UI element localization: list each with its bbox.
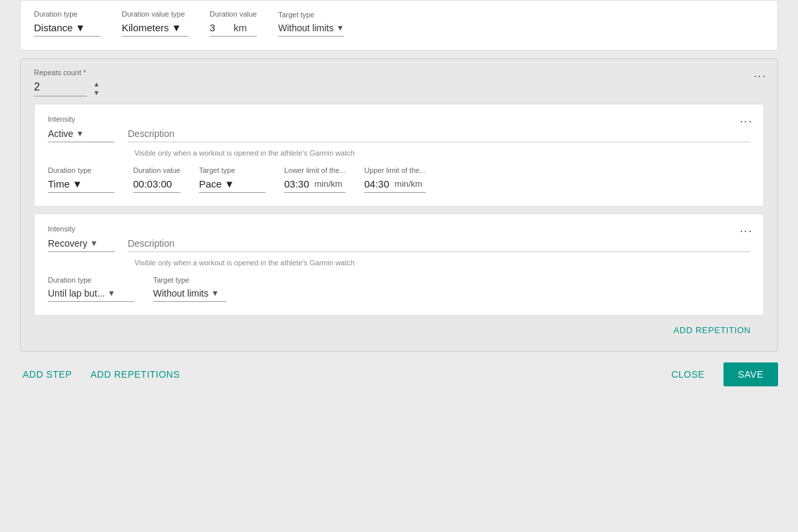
distance-field-row: Duration type Distance ▼ Duration value … <box>34 10 764 37</box>
active-intensity-row: Active ▼ <box>48 128 750 142</box>
distance-card: Duration type Distance ▼ Duration value … <box>20 0 778 51</box>
recovery-intensity-section: Intensity Recovery ▼ Visible only when a… <box>48 225 750 267</box>
target-type-arrow-icon: ▼ <box>336 23 344 33</box>
active-duration-type-label: Duration type <box>48 166 114 174</box>
active-upper-limit-group: Upper limit of the... 04:30 min/km <box>364 166 425 193</box>
add-repetition-button[interactable]: ADD REPETITION <box>674 325 751 335</box>
repeats-decrement-button[interactable]: ▼ <box>91 89 102 97</box>
recovery-duration-type-select[interactable]: Until lap but... ▼ <box>48 288 134 302</box>
active-lower-limit-value: 03:30 <box>284 178 309 190</box>
recovery-intensity-select[interactable]: Recovery ▼ <box>48 238 114 252</box>
active-duration-value-group: Duration value 00:03:00 <box>133 166 180 193</box>
active-target-type-label: Target type <box>199 166 266 174</box>
recovery-duration-type-arrow-icon: ▼ <box>108 289 116 298</box>
duration-value-label: Duration value <box>210 10 257 18</box>
repeats-count-input[interactable] <box>34 81 87 96</box>
recovery-garmin-note: Visible only when a workout is opened in… <box>134 259 750 267</box>
repeats-count-label: Repeats count * <box>34 68 102 76</box>
active-intensity-value: Active <box>48 128 73 139</box>
active-upper-limit-unit: min/km <box>395 179 423 189</box>
active-intensity-label: Intensity <box>48 115 750 123</box>
active-description-input[interactable] <box>128 128 750 142</box>
active-lower-limit-group: Lower limit of the... 03:30 min/km <box>284 166 345 193</box>
target-type-select[interactable]: Without limits ▼ <box>278 23 344 37</box>
duration-type-select[interactable]: Distance ▼ <box>34 22 100 37</box>
active-step-card: ⋮ Intensity Active ▼ Visible only when a… <box>34 104 764 207</box>
duration-value-with-unit: km <box>210 22 257 37</box>
recovery-duration-row: Duration type Until lap but... ▼ Target … <box>48 276 750 302</box>
active-duration-value: 00:03:00 <box>133 178 172 190</box>
repeats-card: Repeats count * ▲ ▼ ⋮ ⋮ Intensity Active <box>20 59 778 352</box>
active-duration-value-field: 00:03:00 <box>133 178 180 193</box>
duration-type-label: Duration type <box>34 10 100 18</box>
recovery-target-type-value: Without limits <box>153 288 208 299</box>
repeats-header: Repeats count * ▲ ▼ <box>34 68 764 97</box>
add-step-button[interactable]: ADD STEP <box>20 364 75 385</box>
recovery-target-type-label: Target type <box>153 276 226 284</box>
active-target-type-arrow-icon: ▼ <box>224 178 234 190</box>
recovery-target-type-select[interactable]: Without limits ▼ <box>153 288 226 302</box>
duration-type-group: Duration type Distance ▼ <box>34 10 100 37</box>
repeats-stepper[interactable]: ▲ ▼ <box>91 80 102 97</box>
active-lower-limit-unit: min/km <box>314 179 342 189</box>
active-target-type-group: Target type Pace ▼ <box>199 166 266 193</box>
active-upper-limit-label: Upper limit of the... <box>364 166 425 174</box>
active-intensity-section: Intensity Active ▼ Visible only when a w… <box>48 115 750 157</box>
add-repetitions-button[interactable]: ADD REPETITIONS <box>88 364 182 385</box>
recovery-target-type-group: Target type Without limits ▼ <box>153 276 226 302</box>
recovery-duration-type-label: Duration type <box>48 276 134 284</box>
active-target-type-value: Pace <box>199 178 222 190</box>
active-lower-limit-label: Lower limit of the... <box>284 166 345 174</box>
duration-value-type-label: Duration value type <box>122 10 188 18</box>
add-repetition-row: ADD REPETITION <box>34 316 764 342</box>
duration-value-type-group: Duration value type Kilometers ▼ <box>122 10 188 37</box>
repeats-menu-icon[interactable]: ⋮ <box>753 70 767 84</box>
active-target-type-select[interactable]: Pace ▼ <box>199 178 266 193</box>
active-step-menu-icon[interactable]: ⋮ <box>739 116 753 129</box>
active-duration-type-group: Duration type Time ▼ <box>48 166 114 193</box>
recovery-description-input[interactable] <box>128 238 750 252</box>
duration-value-type-select[interactable]: Kilometers ▼ <box>122 22 188 37</box>
recovery-target-type-arrow-icon: ▼ <box>211 289 219 298</box>
duration-value-group: Duration value km <box>210 10 257 37</box>
close-button[interactable]: CLOSE <box>666 364 710 385</box>
target-type-label: Target type <box>278 11 344 19</box>
repeats-increment-button[interactable]: ▲ <box>91 80 102 88</box>
active-intensity-arrow-icon: ▼ <box>76 129 84 138</box>
active-duration-row: Duration type Time ▼ Duration value 00:0… <box>48 166 750 193</box>
recovery-step-card: ⋮ Intensity Recovery ▼ Visible only when… <box>34 213 764 316</box>
save-button[interactable]: SAVE <box>723 362 778 386</box>
active-upper-limit-value: 04:30 <box>364 178 389 190</box>
active-lower-limit-field: 03:30 min/km <box>284 178 345 193</box>
bottom-action-bar: ADD STEP ADD REPETITIONS CLOSE SAVE <box>0 352 798 397</box>
recovery-intensity-value: Recovery <box>48 238 87 249</box>
duration-value-input[interactable] <box>210 22 230 33</box>
recovery-duration-type-value: Until lap but... <box>48 288 105 299</box>
recovery-intensity-label: Intensity <box>48 225 750 233</box>
recovery-intensity-row: Recovery ▼ <box>48 238 750 252</box>
duration-value-type-value: Kilometers <box>122 22 169 33</box>
duration-value-type-arrow-icon: ▼ <box>172 22 182 33</box>
active-duration-type-arrow-icon: ▼ <box>73 178 83 190</box>
active-duration-type-value: Time <box>48 178 70 190</box>
active-duration-value-label: Duration value <box>133 166 180 174</box>
target-type-group: Target type Without limits ▼ <box>278 11 344 37</box>
duration-type-value: Distance <box>34 22 73 33</box>
recovery-intensity-arrow-icon: ▼ <box>90 239 98 248</box>
recovery-duration-type-group: Duration type Until lap but... ▼ <box>48 276 134 302</box>
active-duration-type-select[interactable]: Time ▼ <box>48 178 114 193</box>
target-type-value: Without limits <box>278 23 333 33</box>
repeats-field: Repeats count * ▲ ▼ <box>34 68 102 97</box>
recovery-step-menu-icon[interactable]: ⋮ <box>739 225 753 239</box>
active-garmin-note: Visible only when a workout is opened in… <box>134 149 750 157</box>
duration-value-unit: km <box>234 22 247 33</box>
active-upper-limit-field: 04:30 min/km <box>364 178 425 193</box>
duration-type-arrow-icon: ▼ <box>75 22 85 33</box>
repeats-value-row: ▲ ▼ <box>34 80 102 97</box>
active-intensity-select[interactable]: Active ▼ <box>48 128 114 142</box>
